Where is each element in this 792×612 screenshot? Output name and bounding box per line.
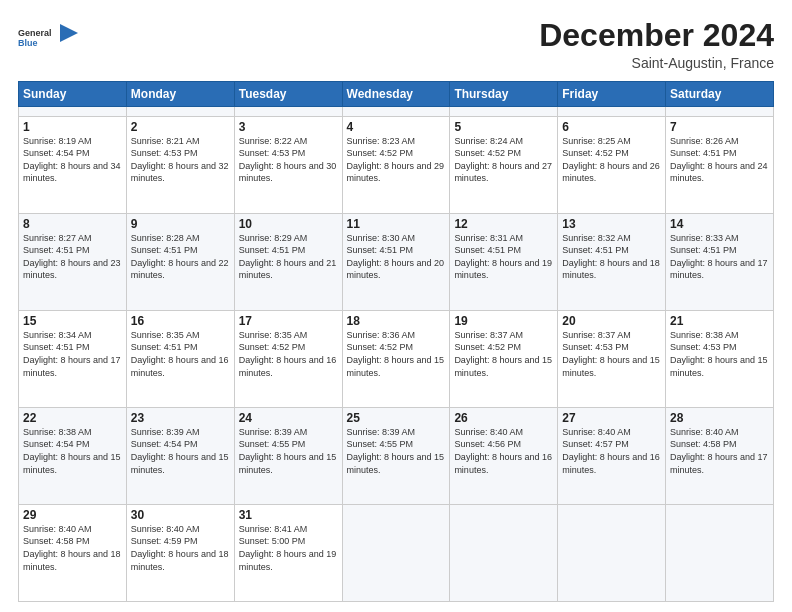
sunrise-text: Sunrise: 8:39 AM xyxy=(131,426,230,439)
daylight-text: Daylight: 8 hours and 26 minutes. xyxy=(562,160,661,185)
day-number: 23 xyxy=(131,411,230,425)
table-row xyxy=(666,107,774,116)
daylight-text: Daylight: 8 hours and 15 minutes. xyxy=(23,451,122,476)
sunset-text: Sunset: 4:59 PM xyxy=(131,535,230,548)
daylight-text: Daylight: 8 hours and 16 minutes. xyxy=(562,451,661,476)
logo: General Blue xyxy=(18,18,78,58)
sunset-text: Sunset: 4:58 PM xyxy=(23,535,122,548)
page-header: General Blue December 2024 Saint-Augusti… xyxy=(18,18,774,71)
sunrise-text: Sunrise: 8:39 AM xyxy=(239,426,338,439)
sunset-text: Sunset: 4:51 PM xyxy=(670,147,769,160)
day-info: Sunrise: 8:27 AM Sunset: 4:51 PM Dayligh… xyxy=(23,232,122,282)
location-subtitle: Saint-Augustin, France xyxy=(539,55,774,71)
daylight-text: Daylight: 8 hours and 20 minutes. xyxy=(347,257,446,282)
sunset-text: Sunset: 4:55 PM xyxy=(347,438,446,451)
day-number: 27 xyxy=(562,411,661,425)
day-info: Sunrise: 8:34 AM Sunset: 4:51 PM Dayligh… xyxy=(23,329,122,379)
day-info: Sunrise: 8:37 AM Sunset: 4:52 PM Dayligh… xyxy=(454,329,553,379)
daylight-text: Daylight: 8 hours and 15 minutes. xyxy=(562,354,661,379)
sunrise-text: Sunrise: 8:19 AM xyxy=(23,135,122,148)
sunset-text: Sunset: 4:53 PM xyxy=(239,147,338,160)
calendar-header-row: Sunday Monday Tuesday Wednesday Thursday… xyxy=(19,82,774,107)
day-number: 26 xyxy=(454,411,553,425)
day-number: 19 xyxy=(454,314,553,328)
calendar-week-row: 1 Sunrise: 8:19 AM Sunset: 4:54 PM Dayli… xyxy=(19,116,774,213)
title-block: December 2024 Saint-Augustin, France xyxy=(539,18,774,71)
sunset-text: Sunset: 4:56 PM xyxy=(454,438,553,451)
table-row: 31 Sunrise: 8:41 AM Sunset: 5:00 PM Dayl… xyxy=(234,504,342,601)
daylight-text: Daylight: 8 hours and 32 minutes. xyxy=(131,160,230,185)
day-number: 5 xyxy=(454,120,553,134)
col-thursday: Thursday xyxy=(450,82,558,107)
table-row: 4 Sunrise: 8:23 AM Sunset: 4:52 PM Dayli… xyxy=(342,116,450,213)
table-row: 28 Sunrise: 8:40 AM Sunset: 4:58 PM Dayl… xyxy=(666,407,774,504)
sunset-text: Sunset: 4:54 PM xyxy=(23,147,122,160)
sunset-text: Sunset: 4:51 PM xyxy=(562,244,661,257)
logo-svg: General Blue xyxy=(18,18,66,58)
table-row: 3 Sunrise: 8:22 AM Sunset: 4:53 PM Dayli… xyxy=(234,116,342,213)
table-row: 5 Sunrise: 8:24 AM Sunset: 4:52 PM Dayli… xyxy=(450,116,558,213)
day-number: 9 xyxy=(131,217,230,231)
sunset-text: Sunset: 4:52 PM xyxy=(562,147,661,160)
table-row xyxy=(558,107,666,116)
day-number: 15 xyxy=(23,314,122,328)
table-row: 11 Sunrise: 8:30 AM Sunset: 4:51 PM Dayl… xyxy=(342,213,450,310)
table-row xyxy=(342,504,450,601)
daylight-text: Daylight: 8 hours and 19 minutes. xyxy=(454,257,553,282)
table-row xyxy=(19,107,127,116)
month-title: December 2024 xyxy=(539,18,774,53)
table-row: 12 Sunrise: 8:31 AM Sunset: 4:51 PM Dayl… xyxy=(450,213,558,310)
day-number: 22 xyxy=(23,411,122,425)
sunrise-text: Sunrise: 8:33 AM xyxy=(670,232,769,245)
day-info: Sunrise: 8:19 AM Sunset: 4:54 PM Dayligh… xyxy=(23,135,122,185)
daylight-text: Daylight: 8 hours and 27 minutes. xyxy=(454,160,553,185)
day-info: Sunrise: 8:21 AM Sunset: 4:53 PM Dayligh… xyxy=(131,135,230,185)
day-number: 30 xyxy=(131,508,230,522)
daylight-text: Daylight: 8 hours and 15 minutes. xyxy=(347,354,446,379)
daylight-text: Daylight: 8 hours and 18 minutes. xyxy=(562,257,661,282)
table-row: 7 Sunrise: 8:26 AM Sunset: 4:51 PM Dayli… xyxy=(666,116,774,213)
day-number: 13 xyxy=(562,217,661,231)
sunset-text: Sunset: 4:51 PM xyxy=(239,244,338,257)
sunrise-text: Sunrise: 8:28 AM xyxy=(131,232,230,245)
calendar-week-row xyxy=(19,107,774,116)
day-info: Sunrise: 8:39 AM Sunset: 4:54 PM Dayligh… xyxy=(131,426,230,476)
sunset-text: Sunset: 4:51 PM xyxy=(23,244,122,257)
daylight-text: Daylight: 8 hours and 24 minutes. xyxy=(670,160,769,185)
daylight-text: Daylight: 8 hours and 17 minutes. xyxy=(670,257,769,282)
daylight-text: Daylight: 8 hours and 16 minutes. xyxy=(131,354,230,379)
sunrise-text: Sunrise: 8:39 AM xyxy=(347,426,446,439)
sunrise-text: Sunrise: 8:38 AM xyxy=(670,329,769,342)
sunrise-text: Sunrise: 8:40 AM xyxy=(562,426,661,439)
day-number: 25 xyxy=(347,411,446,425)
sunrise-text: Sunrise: 8:40 AM xyxy=(23,523,122,536)
sunrise-text: Sunrise: 8:26 AM xyxy=(670,135,769,148)
day-number: 28 xyxy=(670,411,769,425)
table-row: 6 Sunrise: 8:25 AM Sunset: 4:52 PM Dayli… xyxy=(558,116,666,213)
table-row xyxy=(234,107,342,116)
table-row: 17 Sunrise: 8:35 AM Sunset: 4:52 PM Dayl… xyxy=(234,310,342,407)
day-info: Sunrise: 8:37 AM Sunset: 4:53 PM Dayligh… xyxy=(562,329,661,379)
sunset-text: Sunset: 4:52 PM xyxy=(239,341,338,354)
daylight-text: Daylight: 8 hours and 18 minutes. xyxy=(23,548,122,573)
sunset-text: Sunset: 4:51 PM xyxy=(131,244,230,257)
table-row: 26 Sunrise: 8:40 AM Sunset: 4:56 PM Dayl… xyxy=(450,407,558,504)
sunrise-text: Sunrise: 8:24 AM xyxy=(454,135,553,148)
day-number: 17 xyxy=(239,314,338,328)
table-row: 27 Sunrise: 8:40 AM Sunset: 4:57 PM Dayl… xyxy=(558,407,666,504)
day-info: Sunrise: 8:40 AM Sunset: 4:59 PM Dayligh… xyxy=(131,523,230,573)
daylight-text: Daylight: 8 hours and 34 minutes. xyxy=(23,160,122,185)
day-info: Sunrise: 8:32 AM Sunset: 4:51 PM Dayligh… xyxy=(562,232,661,282)
day-number: 10 xyxy=(239,217,338,231)
day-number: 4 xyxy=(347,120,446,134)
day-number: 21 xyxy=(670,314,769,328)
calendar-week-row: 8 Sunrise: 8:27 AM Sunset: 4:51 PM Dayli… xyxy=(19,213,774,310)
day-number: 6 xyxy=(562,120,661,134)
col-sunday: Sunday xyxy=(19,82,127,107)
sunrise-text: Sunrise: 8:37 AM xyxy=(562,329,661,342)
day-info: Sunrise: 8:29 AM Sunset: 4:51 PM Dayligh… xyxy=(239,232,338,282)
table-row: 23 Sunrise: 8:39 AM Sunset: 4:54 PM Dayl… xyxy=(126,407,234,504)
sunset-text: Sunset: 4:51 PM xyxy=(454,244,553,257)
daylight-text: Daylight: 8 hours and 23 minutes. xyxy=(23,257,122,282)
sunset-text: Sunset: 4:52 PM xyxy=(347,147,446,160)
